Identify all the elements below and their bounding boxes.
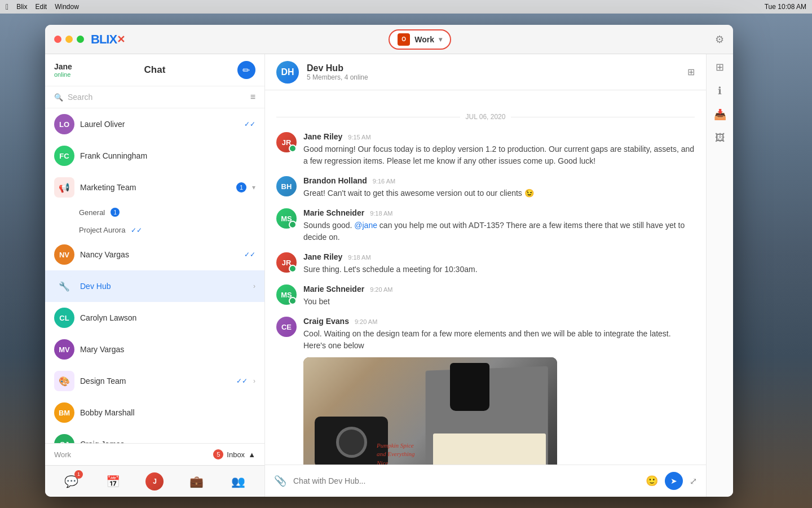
settings-icon[interactable]: ⚙ (715, 33, 724, 46)
contact-item-nancy[interactable]: NV Nancy Vargas ✓✓ (45, 239, 264, 270)
msg-header-5: Marie Schneider 9:20 AM (303, 284, 695, 294)
minimize-button[interactable] (65, 36, 73, 43)
search-icon: 🔍 (54, 93, 63, 102)
contact-item-mary[interactable]: MV Mary Vargas (45, 334, 264, 365)
contact-item-devhub[interactable]: 🔧 Dev Hub › (45, 270, 264, 302)
chat-header-avatar: DH (276, 61, 299, 84)
msg-header-2: Brandon Holland 9:16 AM (303, 176, 695, 185)
contact-name-bobby: Bobby Marshall (80, 408, 255, 417)
sidebar-bottom: Work 5 Inbox ▲ (45, 443, 264, 465)
msg-sender-5: Marie Schneider (303, 284, 364, 294)
send-icon: ➤ (670, 476, 677, 485)
contact-name-mary: Mary Vargas (80, 345, 255, 354)
send-button[interactable]: ➤ (665, 472, 683, 490)
archive-icon[interactable]: 📥 (714, 108, 726, 121)
msg-avatar-craig: CE (276, 317, 297, 337)
filter-icon[interactable]: ≡ (250, 92, 255, 102)
panel-toggle-icon[interactable]: ⊞ (716, 61, 724, 73)
contact-item-craigjames[interactable]: CJ Craig James (45, 428, 264, 443)
nav-item-calendar[interactable]: 📅 (101, 469, 126, 494)
msg-sender-3: Marie Schneider (303, 208, 364, 217)
menu-blix[interactable]: Blix (16, 3, 27, 11)
contact-item-laurel[interactable]: LO Laurel Oliver ✓✓ (45, 108, 264, 140)
msg-text-2: Great! Can't wait to get this awesome ve… (303, 187, 695, 199)
maximize-button[interactable] (77, 36, 84, 43)
contact-info-marketing: Marketing Team (80, 183, 231, 192)
chat-image-inner: 🎃 Pumpkin Spiceand EverythingNice (303, 357, 557, 465)
contact-item-bobby[interactable]: BM Bobby Marshall (45, 397, 264, 428)
menu-window[interactable]: Window (55, 3, 79, 11)
message-group-4: JR Jane Riley 9:18 AM Sure thing. Let's … (276, 252, 695, 275)
msg-body-5: Marie Schneider 9:20 AM You bet (303, 284, 695, 308)
emoji-icon[interactable]: 🙂 (646, 475, 658, 487)
msg-body-3: Marie Schneider 9:18 AM Sounds good. @ja… (303, 208, 695, 243)
account-selector[interactable]: O Work ▾ (389, 29, 451, 50)
check-design: ✓✓ (236, 377, 248, 385)
contact-item-marketing[interactable]: 📢 Marketing Team 1 ▾ (45, 172, 264, 203)
contact-list: LO Laurel Oliver ✓✓ FC Frank Cunningham … (45, 108, 264, 443)
msg-avatar-brandon: BH (276, 176, 297, 196)
contact-name-laurel: Laurel Oliver (80, 120, 239, 129)
avatar-bobby: BM (54, 402, 74, 423)
sub-item-projectaurora[interactable]: Project Aurora ✓✓ (45, 221, 264, 239)
contact-item-carolyn[interactable]: CL Carolyn Lawson (45, 302, 264, 334)
briefcase-icon: 💼 (189, 475, 204, 488)
nav-item-contacts[interactable]: 👥 (226, 469, 250, 494)
avatar-design: 🎨 (54, 371, 74, 391)
account-label: Work (414, 35, 434, 44)
check-projectaurora: ✓✓ (131, 226, 142, 234)
contact-info-frank: Frank Cunningham (80, 151, 255, 160)
msg-text-1: Good morning! Our focus today is to depl… (303, 143, 695, 167)
msg-sender-6: Craig Evans (303, 317, 349, 326)
contact-name-nancy: Nancy Vargas (80, 250, 239, 259)
contact-info-devhub: Dev Hub (80, 282, 248, 291)
contact-name-devhub: Dev Hub (80, 282, 248, 291)
sub-item-name-general: General (79, 208, 105, 217)
chevron-marketing: ▾ (252, 183, 255, 191)
nav-item-briefcase[interactable]: 💼 (184, 469, 209, 494)
chat-image: 🎃 Pumpkin Spiceand EverythingNice (303, 357, 557, 465)
avatar-marketing: 📢 (54, 177, 74, 198)
chevron-devhub: › (253, 282, 255, 290)
inbox-button[interactable]: 5 Inbox ▲ (213, 449, 255, 459)
nav-item-chat[interactable]: 💬 1 (59, 469, 84, 494)
panel-icon[interactable]: ⊞ (687, 67, 695, 77)
chevron-design: › (253, 377, 255, 385)
image-icon[interactable]: 🖼 (715, 132, 725, 144)
app-logo: BLIX✕ (91, 32, 125, 47)
contact-item-design[interactable]: 🎨 Design Team ✓✓ › (45, 365, 264, 397)
channel-name: Dev Hub (307, 63, 368, 73)
badge-marketing: 1 (236, 182, 246, 192)
contact-info-carolyn: Carolyn Lawson (80, 313, 255, 322)
close-button[interactable] (54, 36, 61, 43)
sub-badge-general: 1 (111, 208, 120, 217)
msg-header-1: Jane Riley 9:15 AM (303, 132, 695, 141)
msg-header-3: Marie Schneider 9:18 AM (303, 208, 695, 217)
search-input-wrap[interactable]: 🔍 Search (54, 93, 250, 102)
titlebar-right: ⚙ (715, 33, 724, 46)
chat-input[interactable] (293, 476, 639, 485)
apple-menu[interactable]:  (6, 2, 8, 11)
right-panel: ⊞ ℹ 📥 🖼 (706, 54, 733, 497)
expand-icon[interactable]: ⤢ (690, 476, 697, 487)
menubar-left:  Blix Edit Window (6, 2, 79, 11)
contact-name-design: Design Team (80, 376, 231, 386)
user-info: Jane online (54, 62, 72, 78)
message-group-6: CE Craig Evans 9:20 AM Cool. Waiting on … (276, 317, 695, 465)
msg-avatar-jane-2: JR (276, 252, 297, 273)
read-check-nancy: ✓✓ (244, 251, 255, 259)
inbox-chevron-up: ▲ (248, 450, 255, 459)
sub-item-general[interactable]: General 1 (45, 203, 264, 221)
compose-button[interactable]: ✏ (237, 61, 255, 79)
chat-input-bar: 📎 🙂 ➤ ⤢ (265, 465, 706, 497)
sub-item-name-projectaurora: Project Aurora (79, 226, 125, 234)
msg-header-4: Jane Riley 9:18 AM (303, 252, 695, 261)
chat-header: DH Dev Hub 5 Members, 4 online ⊞ (265, 54, 706, 90)
contact-item-frank[interactable]: FC Frank Cunningham (45, 140, 264, 172)
attach-icon[interactable]: 📎 (274, 475, 286, 487)
titlebar-left: BLIX✕ (54, 32, 125, 47)
msg-body-4: Jane Riley 9:18 AM Sure thing. Let's sch… (303, 252, 695, 275)
nav-item-profile[interactable]: J (142, 469, 167, 494)
info-icon[interactable]: ℹ (718, 85, 722, 97)
menu-edit[interactable]: Edit (35, 3, 47, 11)
